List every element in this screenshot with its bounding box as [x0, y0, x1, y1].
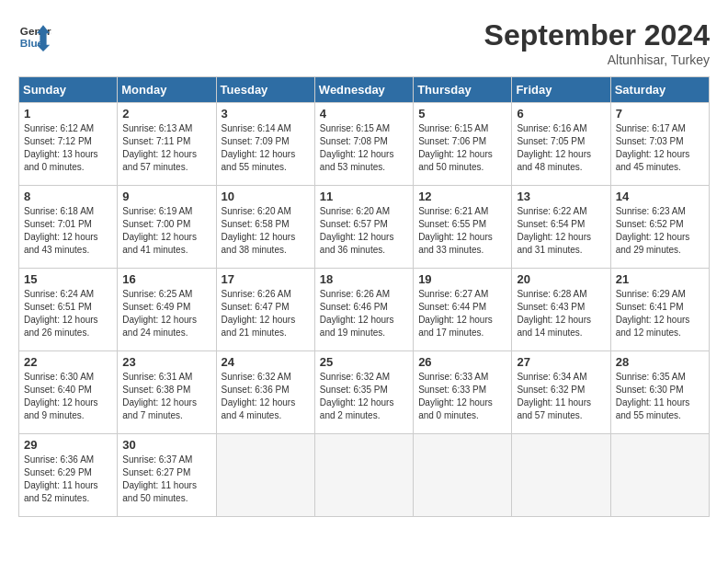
calendar-cell: 1Sunrise: 6:12 AM Sunset: 7:12 PM Daylig…: [19, 103, 118, 186]
day-number: 5: [418, 107, 506, 121]
day-number: 26: [418, 355, 506, 369]
day-number: 2: [122, 107, 210, 121]
calendar-cell: 21Sunrise: 6:29 AM Sunset: 6:41 PM Dayli…: [610, 269, 709, 351]
location: Altunhisar, Turkey: [484, 52, 710, 67]
day-info: Sunrise: 6:29 AM Sunset: 6:41 PM Dayligh…: [616, 288, 704, 339]
calendar-cell: 30Sunrise: 6:37 AM Sunset: 6:27 PM Dayli…: [118, 434, 216, 517]
calendar-table: Sunday Monday Tuesday Wednesday Thursday…: [18, 76, 710, 517]
day-info: Sunrise: 6:26 AM Sunset: 6:47 PM Dayligh…: [222, 288, 310, 339]
day-info: Sunrise: 6:37 AM Sunset: 6:27 PM Dayligh…: [122, 454, 210, 505]
calendar-cell: 19Sunrise: 6:27 AM Sunset: 6:44 PM Dayli…: [414, 269, 512, 351]
day-number: 19: [418, 272, 506, 286]
logo: General Blue: [18, 18, 51, 52]
day-info: Sunrise: 6:20 AM Sunset: 6:57 PM Dayligh…: [320, 205, 408, 257]
day-number: 6: [517, 107, 605, 121]
calendar-cell: [512, 434, 610, 517]
calendar-cell: 12Sunrise: 6:21 AM Sunset: 6:55 PM Dayli…: [414, 186, 512, 269]
calendar-cell: 17Sunrise: 6:26 AM Sunset: 6:47 PM Dayli…: [216, 269, 314, 351]
calendar-cell: [314, 434, 413, 517]
calendar-cell: [610, 434, 709, 517]
day-number: 25: [320, 355, 408, 369]
day-info: Sunrise: 6:23 AM Sunset: 6:52 PM Dayligh…: [616, 205, 704, 257]
title-block: September 2024 Altunhisar, Turkey: [484, 18, 710, 67]
day-info: Sunrise: 6:22 AM Sunset: 6:54 PM Dayligh…: [517, 205, 605, 257]
calendar-cell: 23Sunrise: 6:31 AM Sunset: 6:38 PM Dayli…: [118, 351, 216, 434]
calendar-cell: 20Sunrise: 6:28 AM Sunset: 6:43 PM Dayli…: [512, 269, 610, 351]
calendar-cell: [414, 434, 512, 517]
calendar-cell: 5Sunrise: 6:15 AM Sunset: 7:06 PM Daylig…: [414, 103, 512, 186]
day-info: Sunrise: 6:17 AM Sunset: 7:03 PM Dayligh…: [616, 122, 704, 174]
day-info: Sunrise: 6:20 AM Sunset: 6:58 PM Dayligh…: [222, 205, 310, 257]
day-number: 9: [122, 190, 210, 203]
calendar-cell: [216, 434, 314, 517]
calendar-cell: 3Sunrise: 6:14 AM Sunset: 7:09 PM Daylig…: [216, 103, 314, 186]
calendar-week-5: 29Sunrise: 6:36 AM Sunset: 6:29 PM Dayli…: [19, 434, 710, 517]
col-tuesday: Tuesday: [216, 77, 314, 103]
day-number: 4: [320, 107, 408, 121]
calendar-cell: 6Sunrise: 6:16 AM Sunset: 7:05 PM Daylig…: [512, 103, 610, 186]
calendar-cell: 2Sunrise: 6:13 AM Sunset: 7:11 PM Daylig…: [118, 103, 216, 186]
col-sunday: Sunday: [19, 77, 118, 103]
calendar-cell: 24Sunrise: 6:32 AM Sunset: 6:36 PM Dayli…: [216, 351, 314, 434]
day-number: 28: [616, 355, 704, 369]
calendar-cell: 29Sunrise: 6:36 AM Sunset: 6:29 PM Dayli…: [19, 434, 118, 517]
day-info: Sunrise: 6:19 AM Sunset: 7:00 PM Dayligh…: [122, 205, 210, 257]
day-info: Sunrise: 6:32 AM Sunset: 6:36 PM Dayligh…: [222, 371, 310, 422]
day-number: 20: [517, 272, 605, 286]
day-number: 30: [122, 438, 210, 452]
day-info: Sunrise: 6:21 AM Sunset: 6:55 PM Dayligh…: [418, 205, 506, 257]
day-number: 1: [24, 107, 112, 121]
day-info: Sunrise: 6:35 AM Sunset: 6:30 PM Dayligh…: [616, 371, 704, 422]
col-monday: Monday: [118, 77, 216, 103]
day-number: 22: [24, 355, 112, 369]
day-info: Sunrise: 6:34 AM Sunset: 6:32 PM Dayligh…: [517, 371, 605, 422]
calendar-cell: 28Sunrise: 6:35 AM Sunset: 6:30 PM Dayli…: [610, 351, 709, 434]
calendar-week-4: 22Sunrise: 6:30 AM Sunset: 6:40 PM Dayli…: [19, 351, 710, 434]
day-number: 10: [222, 190, 310, 203]
day-info: Sunrise: 6:15 AM Sunset: 7:06 PM Dayligh…: [418, 122, 506, 174]
calendar-cell: 14Sunrise: 6:23 AM Sunset: 6:52 PM Dayli…: [610, 186, 709, 269]
month-title: September 2024: [484, 18, 710, 52]
page-header: General Blue September 2024 Altunhisar, …: [18, 18, 710, 67]
day-number: 24: [222, 355, 310, 369]
day-info: Sunrise: 6:30 AM Sunset: 6:40 PM Dayligh…: [24, 371, 112, 422]
day-number: 8: [24, 190, 112, 203]
day-number: 27: [517, 355, 605, 369]
day-number: 17: [222, 272, 310, 286]
calendar-cell: 10Sunrise: 6:20 AM Sunset: 6:58 PM Dayli…: [216, 186, 314, 269]
calendar-week-1: 1Sunrise: 6:12 AM Sunset: 7:12 PM Daylig…: [19, 103, 710, 186]
day-number: 7: [616, 107, 704, 121]
calendar-cell: 25Sunrise: 6:32 AM Sunset: 6:35 PM Dayli…: [314, 351, 413, 434]
day-number: 16: [122, 272, 210, 286]
day-info: Sunrise: 6:15 AM Sunset: 7:08 PM Dayligh…: [320, 122, 408, 174]
day-info: Sunrise: 6:33 AM Sunset: 6:33 PM Dayligh…: [418, 371, 506, 422]
day-number: 12: [418, 190, 506, 203]
day-info: Sunrise: 6:25 AM Sunset: 6:49 PM Dayligh…: [122, 288, 210, 339]
day-info: Sunrise: 6:13 AM Sunset: 7:11 PM Dayligh…: [122, 122, 210, 174]
calendar-week-2: 8Sunrise: 6:18 AM Sunset: 7:01 PM Daylig…: [19, 186, 710, 269]
calendar-week-3: 15Sunrise: 6:24 AM Sunset: 6:51 PM Dayli…: [19, 269, 710, 351]
calendar-cell: 11Sunrise: 6:20 AM Sunset: 6:57 PM Dayli…: [314, 186, 413, 269]
day-info: Sunrise: 6:32 AM Sunset: 6:35 PM Dayligh…: [320, 371, 408, 422]
day-number: 21: [616, 272, 704, 286]
calendar-cell: 15Sunrise: 6:24 AM Sunset: 6:51 PM Dayli…: [19, 269, 118, 351]
day-info: Sunrise: 6:14 AM Sunset: 7:09 PM Dayligh…: [222, 122, 310, 174]
calendar-cell: 22Sunrise: 6:30 AM Sunset: 6:40 PM Dayli…: [19, 351, 118, 434]
calendar-cell: 7Sunrise: 6:17 AM Sunset: 7:03 PM Daylig…: [610, 103, 709, 186]
day-info: Sunrise: 6:16 AM Sunset: 7:05 PM Dayligh…: [517, 122, 605, 174]
day-number: 11: [320, 190, 408, 203]
col-friday: Friday: [512, 77, 610, 103]
day-number: 18: [320, 272, 408, 286]
day-number: 14: [616, 190, 704, 203]
day-number: 3: [222, 107, 310, 121]
day-number: 29: [24, 438, 112, 452]
calendar-cell: 26Sunrise: 6:33 AM Sunset: 6:33 PM Dayli…: [414, 351, 512, 434]
calendar-cell: 16Sunrise: 6:25 AM Sunset: 6:49 PM Dayli…: [118, 269, 216, 351]
col-saturday: Saturday: [610, 77, 709, 103]
day-info: Sunrise: 6:18 AM Sunset: 7:01 PM Dayligh…: [24, 205, 112, 257]
day-number: 13: [517, 190, 605, 203]
calendar-cell: 8Sunrise: 6:18 AM Sunset: 7:01 PM Daylig…: [19, 186, 118, 269]
day-info: Sunrise: 6:24 AM Sunset: 6:51 PM Dayligh…: [24, 288, 112, 339]
day-info: Sunrise: 6:28 AM Sunset: 6:43 PM Dayligh…: [517, 288, 605, 339]
logo-icon: General Blue: [18, 18, 51, 52]
